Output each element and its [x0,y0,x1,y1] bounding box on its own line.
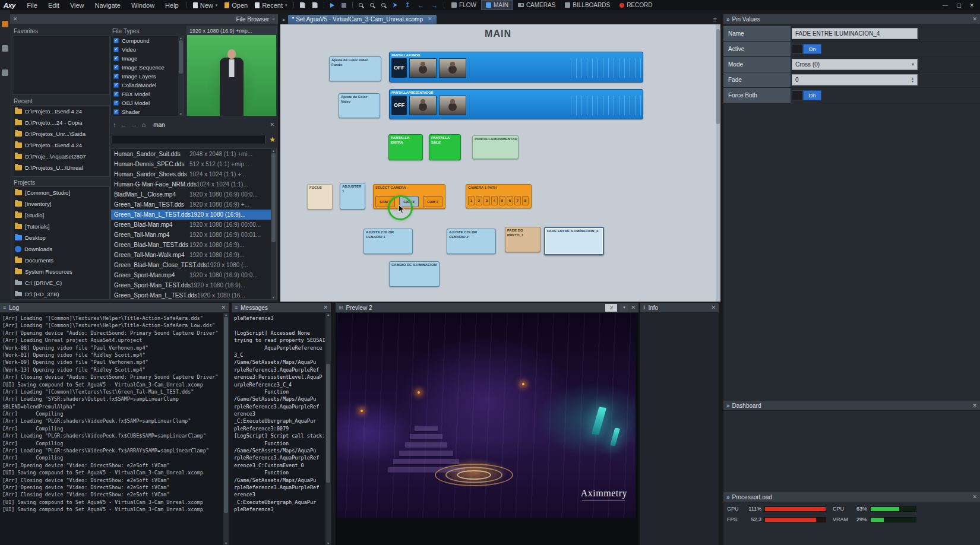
project-item[interactable]: Documents [12,255,109,266]
file-row[interactable]: Green_Sport-Man_L_TEST.dds 1920 x 1080 (… [111,290,276,300]
file-row[interactable]: BladMan_L_Close.mp4 1920 x 1080 (16:9) 0… [111,189,276,199]
close-icon[interactable]: ✕ [323,305,328,310]
close-icon[interactable]: ✕ [13,17,18,22]
mode-tab[interactable]: FLOW [447,0,481,10]
project-item[interactable]: [Studio] [12,210,109,221]
node-canvas[interactable]: MAIN Ajuste de Color Video Fundo PANTALL… [280,24,716,302]
pin-active-toggle[interactable]: On [792,44,821,54]
home-icon[interactable]: ⌂ [142,121,146,128]
project-item[interactable]: D:\ (HD_3TB) [12,289,109,300]
project-item[interactable]: [Tutorials] [12,221,109,232]
tab-menu-icon[interactable]: ≡ [713,16,718,23]
checkbox-icon[interactable] [113,74,119,79]
node-fade-do-preto-1[interactable]: FADE DO PRETO_1 [505,227,540,252]
menu-item[interactable]: Edit [43,2,65,9]
close-icon[interactable]: ✕ [972,403,977,408]
pin-name-input[interactable] [792,28,918,39]
favorite-star-icon[interactable]: ★ [269,135,276,144]
file-type-item[interactable]: Image Layers [111,72,184,81]
panel-arrows-icon[interactable]: » [726,494,729,500]
project-item[interactable]: Desktop [12,232,109,243]
node-adjuster-1[interactable]: ADJUSTER 1 [340,183,365,210]
compound-tab[interactable]: * Set AguaV5 - VirtualCam_3-Cam_Unreal.x… [288,15,437,24]
recent-item[interactable]: D:\Projetos_U...\Unreal [12,162,109,173]
play-button[interactable] [327,3,338,8]
file-row[interactable]: Green_Blad-Man_Close_TEST.dds 1920 x 108… [111,260,276,270]
checkbox-icon[interactable] [113,38,119,43]
file-row[interactable]: Human-G-Man-Face_NRM.dds 1024 x 1024 (1:… [111,179,276,189]
recent-item[interactable]: D:\Projeto...tSend 4.24 [12,106,109,117]
forward-icon[interactable]: → [131,121,138,128]
recent-item[interactable]: D:\Projeto...tSend 4.24 [12,140,109,151]
node-cambio-de-iluminacion[interactable]: CAMBIO DE ILUMINACION [389,261,440,287]
file-row[interactable]: Human_Sandor_Suit.dds 2048 x 2048 (1:1) … [111,149,276,159]
node-pantallafundo[interactable]: PANTALLAFUNDO OFF [389,52,643,83]
file-type-item[interactable]: FBX Model [111,90,184,99]
project-item[interactable]: Downloads [12,243,109,255]
close-button[interactable]: ✕ [969,2,974,8]
close-icon[interactable]: ✕ [221,305,226,310]
path-step-button[interactable]: 4 [491,196,498,205]
file-type-item[interactable]: ColladaModel [111,81,184,90]
up-icon[interactable]: ↑ [113,121,116,128]
preview-index-input[interactable]: 2 [605,304,617,312]
path-step-button[interactable]: 1 [468,196,475,205]
recent-item[interactable]: D:\Projeto....24 - Copia [12,117,109,128]
file-type-item[interactable]: OBJ Model [111,99,184,107]
collapse-left-icon[interactable]: « [272,16,275,22]
pin-force-toggle[interactable]: On [792,90,821,100]
mode-tab[interactable]: MAIN [481,0,513,10]
file-row[interactable]: Green_Blad-Man.mp4 1920 x 1080 (16:9) 00… [111,220,276,230]
checkbox-icon[interactable] [113,65,119,70]
forward-button[interactable]: → [428,2,441,9]
file-row[interactable]: Green_Tal-Man_L_TEST.dds 1920 x 1080 (16… [111,210,276,220]
file-row[interactable]: Human-Dennis_SPEC.dds 512 x 512 (1:1) +m… [111,159,276,169]
file-type-item[interactable]: Image [111,54,184,63]
canvas-scrollbar[interactable] [716,24,720,302]
library-panel-icon[interactable] [2,21,8,27]
close-icon[interactable]: ✕ [428,17,432,22]
close-icon[interactable]: ✕ [972,17,977,22]
open-button[interactable]: Open [221,2,251,9]
checkbox-icon[interactable] [113,83,119,88]
pin-fade-spinner[interactable]: 0▲▼ [792,74,918,85]
zoom-in-button[interactable] [355,3,366,7]
new-button[interactable]: New▾ [189,2,222,9]
checkbox-icon[interactable] [113,109,119,115]
node-pantalla-entra[interactable]: PANTALLA ENTRA [388,134,423,160]
menu-item[interactable]: Navigate [90,2,126,9]
node-pantallapresentador[interactable]: PANTALLAPRESENTADOR OFF [389,89,643,119]
zoom-out-button[interactable] [366,3,378,7]
panel-arrows-icon[interactable]: » [726,403,729,409]
filter-input[interactable] [112,135,265,144]
save-all-button[interactable] [309,2,321,8]
path-step-button[interactable]: 3 [483,196,490,205]
node-ajuste-color-video[interactable]: Ajuste de Color Video [339,93,380,118]
file-row[interactable]: Green_Tall-Man-Walk.mp4 1920 x 1080 (16:… [111,250,276,260]
project-item[interactable]: [Common_Studio] [12,187,109,198]
spinner-arrows-icon[interactable]: ▲▼ [911,77,914,83]
file-row[interactable]: Green_Tall-Man.mp4 1920 x 1080 (16:9) 00… [111,230,276,240]
node-camera-1-path[interactable]: CAMERA 1 PATH 12345678 [466,184,532,208]
stop-button[interactable] [338,3,350,8]
file-row[interactable]: Human_Sandor_Shoes.dds 1024 x 1024 (1:1)… [111,169,276,179]
file-row[interactable]: Green_Tal-Man_TEST.dds 1920 x 1080 (16:9… [111,199,276,210]
menu-item[interactable]: Window [126,2,160,9]
node-pantallamovimentar[interactable]: PANTALLAMOVIMENTAR [472,135,519,159]
checkbox-icon[interactable] [113,56,119,61]
recent-item[interactable]: D:\Proje...\AquaSet2807 [12,151,109,162]
close-icon[interactable]: ✕ [711,305,716,310]
file-row[interactable]: Green_Sport-Man.mp4 1920 x 1080 (16:9) 0… [111,270,276,280]
file-types-scrollbar[interactable]: ▲▼ [178,36,184,116]
file-list-scrollbar[interactable]: ▲▼ [271,149,276,299]
node-ajuste-color-cenario-2[interactable]: AJUSTE COLOR CENARIO 2 [447,229,496,254]
project-item[interactable]: System Resources [12,266,109,277]
close-icon[interactable]: ✕ [972,495,977,500]
browser-panel-icon[interactable] [2,45,8,52]
panel-arrows-icon[interactable]: » [726,16,729,23]
path-step-button[interactable]: 8 [522,196,529,205]
minimize-button[interactable]: — [943,2,948,8]
file-type-item[interactable]: Shader [111,107,184,116]
save-button[interactable] [296,2,309,8]
path-step-button[interactable]: 7 [514,196,521,205]
